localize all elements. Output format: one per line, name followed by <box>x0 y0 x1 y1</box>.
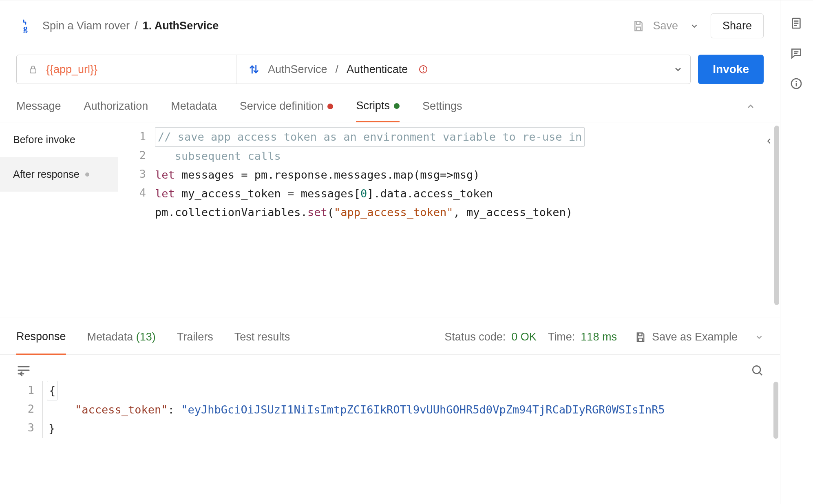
line-number: 1 <box>118 127 146 146</box>
response-code[interactable]: { "access_token": "eyJhbGciOiJSUzI1NiIsI… <box>42 381 780 438</box>
code-comment: subsequent calls <box>155 150 281 162</box>
grpc-icon: g <box>22 19 34 33</box>
resp-tab-trailers[interactable]: Trailers <box>177 331 213 354</box>
breadcrumb: Spin a Viam rover / 1. AuthService <box>42 20 219 32</box>
server-url-variable[interactable]: {{app_url}} <box>46 63 97 76</box>
documentation-icon[interactable] <box>790 17 804 31</box>
response-toolbar <box>0 355 780 381</box>
status-dot-green-icon <box>394 103 400 109</box>
sidebar-item-label: After response <box>13 168 80 180</box>
status-code-value: 0 OK <box>511 331 537 343</box>
tab-settings[interactable]: Settings <box>422 100 462 122</box>
response-editor[interactable]: 1 2 3 { "access_token": "eyJhbGciOiJSUzI… <box>0 381 780 438</box>
info-icon[interactable] <box>790 77 804 91</box>
lock-icon <box>28 64 38 75</box>
sidebar-item-label: Before invoke <box>13 134 75 146</box>
request-tabs: Message Authorization Metadata Service d… <box>0 92 780 122</box>
line-wrap-icon[interactable] <box>16 364 31 377</box>
resp-tab-test-results[interactable]: Test results <box>234 331 290 354</box>
url-box[interactable]: {{app_url}} AuthService / Authenticate <box>16 55 691 84</box>
json-key: "access_token" <box>75 403 168 416</box>
scripts-sidebar: Before invoke After response <box>0 122 118 318</box>
editor-code[interactable]: // save app access token as an environme… <box>155 122 780 318</box>
json-brace: { <box>47 381 57 400</box>
line-number: 2 <box>118 146 146 165</box>
code-comment: // save app access token as an environme… <box>158 130 582 143</box>
code-text: pm.collectionVariables. <box>155 206 307 219</box>
script-editor[interactable]: 1 2 3 4 // save app access token as an e… <box>118 122 780 318</box>
bidirectional-arrows-icon <box>248 63 260 75</box>
code-text: , my_access_token) <box>453 206 573 219</box>
line-number: 3 <box>118 165 146 183</box>
tab-authorization[interactable]: Authorization <box>84 100 148 122</box>
code-string: "app_access_token" <box>334 206 453 219</box>
sidebar-item-after-response[interactable]: After response <box>0 157 118 192</box>
editor-gutter: 1 2 3 4 <box>118 122 155 318</box>
collapse-editor-chevron-icon[interactable] <box>764 137 773 146</box>
code-text: ( <box>327 206 334 219</box>
editor-scrollbar[interactable] <box>774 126 779 305</box>
collapse-request-chevron-icon[interactable] <box>746 102 764 120</box>
response-scrollbar[interactable] <box>773 382 778 439</box>
line-number: 1 <box>14 381 34 400</box>
time-value: 118 ms <box>581 331 617 343</box>
resp-tab-response[interactable]: Response <box>16 330 66 355</box>
warning-icon[interactable] <box>418 64 428 74</box>
response-dropdown-chevron-icon[interactable] <box>755 333 764 342</box>
svg-point-7 <box>753 366 760 374</box>
code-text: ].data.access_token <box>367 187 493 200</box>
method-dropdown-chevron-icon[interactable] <box>666 64 690 74</box>
floppy-icon[interactable] <box>632 20 645 32</box>
code-call: set <box>307 206 327 219</box>
tab-scripts-label: Scripts <box>356 99 390 112</box>
search-icon[interactable] <box>751 364 764 377</box>
breadcrumb-parent[interactable]: Spin a Viam rover <box>42 20 130 32</box>
modified-dot-icon <box>85 172 89 177</box>
share-button[interactable]: Share <box>711 13 764 38</box>
tab-service-definition[interactable]: Service definition <box>240 100 334 122</box>
save-button[interactable]: Save <box>653 20 678 32</box>
line-number: 3 <box>14 418 34 437</box>
tab-scripts[interactable]: Scripts <box>356 99 400 122</box>
time-label: Time: <box>548 331 575 343</box>
code-kw: let <box>155 187 175 200</box>
request-row: {{app_url}} AuthService / Authenticate <box>0 55 780 92</box>
tab-message[interactable]: Message <box>16 100 61 122</box>
code-text: my_access_token = messages[ <box>175 187 360 200</box>
save-dropdown-chevron-icon[interactable] <box>686 22 703 31</box>
scripts-area: Before invoke After response 1 2 3 4 // … <box>0 122 780 318</box>
response-tabs: Response Metadata (13) Trailers Test res… <box>0 318 780 355</box>
header-row: g Spin a Viam rover / 1. AuthService Sav… <box>0 2 780 55</box>
svg-line-8 <box>759 372 762 375</box>
status-code-label: Status code: <box>444 331 506 343</box>
status-dot-red-icon <box>327 104 333 109</box>
svg-text:g: g <box>23 23 28 33</box>
svg-point-4 <box>423 71 424 72</box>
svg-rect-1 <box>30 69 36 73</box>
sidebar-item-before-invoke[interactable]: Before invoke <box>0 122 118 157</box>
line-number: 4 <box>118 183 146 202</box>
resp-tab-metadata-count: (13) <box>136 331 156 343</box>
service-sep: / <box>336 63 339 76</box>
tab-service-definition-label: Service definition <box>240 100 324 113</box>
json-brace: } <box>49 422 55 435</box>
save-as-example-button[interactable]: Save as Example <box>635 331 738 343</box>
resp-tab-metadata-label: Metadata <box>87 331 133 343</box>
tab-metadata[interactable]: Metadata <box>171 100 217 122</box>
comments-icon[interactable] <box>790 47 804 61</box>
line-number: 2 <box>14 400 34 418</box>
json-string: "eyJhbGciOiJSUzI1NiIsImtpZCI6IkROTl9vUUh… <box>181 403 665 416</box>
service-name[interactable]: AuthService <box>268 63 327 76</box>
code-num: 0 <box>360 187 367 200</box>
right-sidebar <box>780 0 813 504</box>
resp-tab-metadata[interactable]: Metadata (13) <box>87 331 156 354</box>
save-as-example-label: Save as Example <box>652 331 738 343</box>
response-gutter: 1 2 3 <box>14 381 42 438</box>
method-name[interactable]: Authenticate <box>347 63 408 76</box>
breadcrumb-sep: / <box>135 20 138 32</box>
breadcrumb-current: 1. AuthService <box>143 20 219 32</box>
invoke-button[interactable]: Invoke <box>698 55 764 84</box>
json-colon: : <box>168 403 181 416</box>
code-kw: let <box>155 168 175 181</box>
code-text: messages = pm.response.messages.map(msg=… <box>175 168 480 181</box>
